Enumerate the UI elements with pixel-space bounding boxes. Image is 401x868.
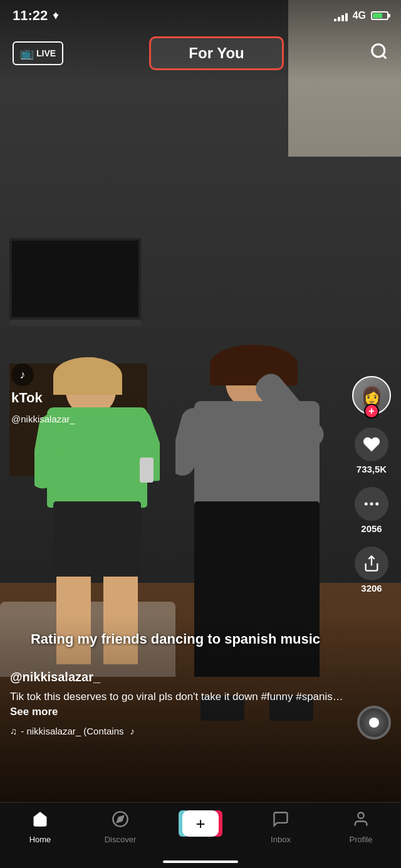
location-icon (51, 11, 60, 20)
top-nav: 📺 LIVE For You (0, 31, 401, 75)
for-you-button[interactable]: For You (149, 36, 283, 70)
home-label: Home (29, 835, 51, 844)
music-note-icon: ♫ (10, 726, 17, 736)
like-count: 733,5K (357, 464, 387, 474)
caption-text: Tik tok this deserves to go viral pls do… (10, 691, 343, 703)
home-icon (31, 810, 49, 832)
right-actions: 👩 + 733,5K 2056 (352, 376, 391, 593)
follow-plus-badge[interactable]: + (364, 404, 379, 419)
tiktok-icon: ♪ (11, 363, 34, 386)
svg-point-4 (365, 503, 368, 506)
status-time: 11:22 (13, 8, 60, 24)
tv-prop (9, 238, 141, 320)
music-text: - nikkisalazar_ (Contains (21, 726, 123, 736)
video-title-text: Rating my friends dancing to spanish mus… (13, 630, 338, 649)
status-bar: 11:22 4G (0, 0, 401, 31)
heart-icon (362, 435, 381, 454)
discover-label: Discover (105, 835, 137, 844)
inbox-label: Inbox (271, 835, 291, 844)
svg-point-5 (370, 503, 373, 506)
music-disc[interactable] (357, 706, 391, 740)
svg-text:♪: ♪ (20, 369, 26, 381)
tiktok-app-name: kTok (11, 390, 43, 406)
for-you-label: For You (189, 44, 244, 61)
create-button-inner: + (182, 810, 219, 837)
share-icon (363, 555, 380, 572)
see-more-button[interactable]: See more (10, 706, 58, 718)
creator-avatar-wrap[interactable]: 👩 + (352, 376, 391, 415)
music-disc-center (369, 718, 379, 728)
create-plus-label: + (195, 815, 205, 832)
caption-username: @nikkisalazar_ (10, 670, 351, 684)
profile-icon (352, 810, 370, 832)
profile-label: Profile (350, 835, 373, 844)
comment-action[interactable]: 2056 (355, 487, 388, 534)
nav-item-discover[interactable]: Discover (95, 810, 145, 844)
caption-area: @nikkisalazar_ Tik tok this deserves to … (10, 670, 351, 736)
tiktok-logo: ♪ kTok (11, 363, 43, 406)
svg-point-0 (372, 44, 385, 56)
video-username: @nikkisalazar_ (11, 414, 75, 424)
like-button[interactable] (355, 427, 388, 461)
inbox-icon (272, 810, 289, 832)
home-indicator (163, 860, 238, 863)
signal-icon (334, 10, 348, 21)
nav-item-profile[interactable]: Profile (336, 810, 386, 844)
live-tv-icon: 📺 (20, 46, 34, 60)
create-button[interactable]: + (182, 810, 219, 837)
share-action[interactable]: 3206 (355, 546, 388, 593)
search-icon (370, 42, 388, 61)
comment-button[interactable] (355, 487, 388, 521)
nav-item-home[interactable]: Home (15, 810, 65, 844)
nav-item-inbox[interactable]: Inbox (256, 810, 306, 844)
comment-icon (362, 494, 381, 513)
share-count: 3206 (361, 583, 382, 593)
live-label: LIVE (36, 48, 56, 58)
live-button[interactable]: 📺 LIVE (13, 41, 63, 65)
svg-marker-9 (117, 816, 123, 822)
battery-icon (371, 11, 388, 20)
caption-description: Tik tok this deserves to go viral pls do… (10, 689, 351, 719)
svg-line-1 (383, 55, 386, 58)
like-action[interactable]: 733,5K (355, 427, 388, 474)
status-icons: 4G (334, 10, 388, 21)
nav-item-create[interactable]: + (175, 810, 226, 837)
video-title-overlay: Rating my friends dancing to spanish mus… (0, 630, 351, 649)
network-label: 4G (353, 10, 366, 21)
svg-point-10 (358, 813, 363, 818)
bottom-nav: Home Discover + Inbox (0, 802, 401, 868)
creator-handle: @nikkisalazar_ (11, 414, 75, 425)
share-button[interactable] (355, 546, 388, 580)
comment-count: 2056 (361, 523, 382, 534)
caption-music: ♫ - nikkisalazar_ (Contains ♪ (10, 726, 351, 736)
time-display: 11:22 (13, 8, 48, 24)
svg-point-6 (375, 503, 378, 506)
search-button[interactable] (370, 42, 388, 65)
discover-icon (112, 810, 129, 832)
music-note-end-icon: ♪ (130, 726, 135, 736)
